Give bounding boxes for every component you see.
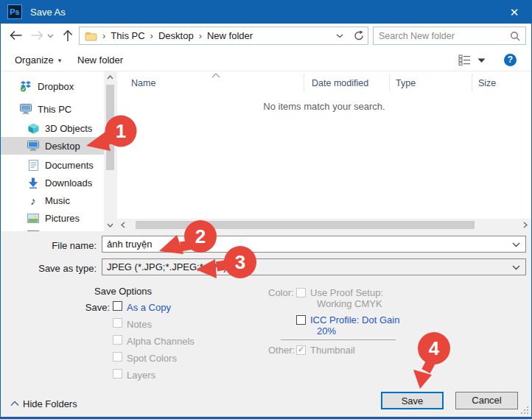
command-toolbar: Organize▾ New folder ?: [1, 48, 531, 71]
column-header-name[interactable]: Name: [131, 78, 155, 88]
column-divider[interactable]: [304, 74, 304, 91]
save-as-type-select[interactable]: JPEG (*.JPG;*.JPEG;*.JPE): [102, 258, 526, 275]
videos-icon: [27, 229, 39, 231]
column-header-type[interactable]: Type: [396, 78, 416, 88]
music-icon: ♪: [27, 194, 39, 206]
thumbnail-label: Thumbnail: [310, 345, 355, 356]
view-mode-icon[interactable]: [458, 54, 471, 66]
search-icon[interactable]: [510, 31, 520, 41]
alpha-channels-checkbox: [113, 335, 122, 345]
sidebar-item-label: Dropbox: [38, 81, 74, 92]
sidebar-item-desktop[interactable]: Desktop: [1, 137, 104, 155]
save-as-type-chevron-icon: [512, 265, 520, 270]
column-header-date-modified[interactable]: Date modified: [312, 78, 368, 88]
scroll-down-icon[interactable]: [107, 223, 113, 228]
documents-icon: [27, 159, 39, 171]
save-as-type-value: JPEG (*.JPG;*.JPEG;*.JPE): [107, 261, 227, 272]
address-dropdown-chevron-icon[interactable]: [336, 34, 350, 38]
sidebar-item-downloads[interactable]: Downloads: [1, 174, 104, 191]
breadcrumb-separator: ›: [145, 30, 158, 41]
sidebar-item-label: Pictures: [45, 213, 80, 224]
breadcrumb-this-pc[interactable]: This PC: [111, 30, 144, 41]
cancel-button[interactable]: Cancel: [455, 392, 518, 409]
sidebar-item-label: Desktop: [45, 141, 80, 152]
other-group-label: Other:: [268, 345, 295, 356]
organize-button[interactable]: Organize▾: [15, 54, 61, 66]
save-options-heading: Save Options: [94, 286, 152, 297]
hide-folders-chevron-icon[interactable]: [10, 401, 19, 406]
breadcrumb-desktop[interactable]: Desktop: [158, 30, 194, 41]
sidebar-item-videos[interactable]: Videos: [1, 226, 104, 231]
hide-folders-button[interactable]: Hide Folders: [23, 398, 77, 409]
empty-folder-message: No items match your search.: [117, 101, 531, 112]
sidebar-item-3d-objects[interactable]: 3D Objects: [1, 119, 104, 137]
scroll-left-icon[interactable]: [121, 222, 125, 228]
scrollbar-thumb[interactable]: [106, 85, 114, 170]
save-as-dialog: Ps Save As ✕ › This PC › Desktop › New f: [0, 0, 532, 419]
column-divider[interactable]: [472, 74, 472, 91]
pictures-icon: [27, 212, 39, 224]
navigation-bar: › This PC › Desktop › New folder: [1, 24, 531, 48]
new-folder-button[interactable]: New folder: [77, 54, 123, 66]
sidebar-item-music[interactable]: ♪ Music: [1, 191, 104, 209]
sidebar-item-label: This PC: [38, 104, 71, 115]
as-a-copy-label[interactable]: As a Copy: [127, 302, 171, 313]
photoshop-app-icon: Ps: [7, 4, 22, 19]
sidebar-item-documents[interactable]: Documents: [1, 156, 104, 174]
help-icon[interactable]: ?: [504, 54, 517, 66]
address-bar[interactable]: › This PC › Desktop › New folder: [79, 27, 351, 45]
refresh-button[interactable]: [350, 27, 368, 45]
column-divider[interactable]: [389, 74, 390, 91]
folder-icon: [85, 31, 97, 41]
spot-colors-label: Spot Colors: [127, 353, 177, 364]
sidebar-item-label: Videos: [45, 230, 74, 232]
breadcrumb-new-folder[interactable]: New folder: [207, 30, 253, 41]
organize-caret-icon: ▾: [58, 57, 62, 64]
3d-objects-icon: [27, 122, 39, 134]
search-input[interactable]: [379, 29, 508, 43]
dropbox-icon: [20, 80, 32, 92]
icc-profile-value-label[interactable]: 20%: [317, 325, 336, 337]
up-icon[interactable]: [63, 29, 73, 42]
sidebar-scrollbar[interactable]: [104, 71, 116, 231]
scroll-up-icon[interactable]: [107, 75, 113, 80]
recent-locations-chevron-icon[interactable]: [47, 34, 54, 38]
sidebar-item-pictures[interactable]: Pictures: [1, 209, 104, 227]
sidebar-item-label: Documents: [45, 160, 94, 171]
back-icon[interactable]: [9, 30, 23, 41]
scrollbar-thumb[interactable]: [136, 221, 475, 229]
close-icon[interactable]: ✕: [502, 2, 527, 22]
layers-checkbox: [113, 369, 122, 378]
sidebar-item-this-pc[interactable]: This PC: [1, 100, 104, 118]
desktop-icon: [27, 140, 39, 152]
view-mode-chevron-icon[interactable]: [477, 58, 486, 63]
window-title: Save As: [30, 7, 66, 18]
save-as-type-label: Save as type:: [1, 263, 97, 274]
file-name-combobox: [102, 236, 526, 253]
this-pc-icon: [20, 103, 32, 115]
file-name-label: File name:: [1, 240, 97, 251]
icc-profile-checkbox[interactable]: [296, 315, 306, 325]
sidebar-item-label: Music: [45, 195, 70, 206]
sidebar-item-dropbox[interactable]: Dropbox: [1, 77, 104, 95]
save-button[interactable]: Save: [381, 392, 444, 409]
file-list-horizontal-scrollbar[interactable]: [117, 219, 531, 231]
thumbnail-checkbox: ✓: [296, 345, 306, 355]
sidebar-item-label: 3D Objects: [45, 123, 92, 134]
as-a-copy-checkbox[interactable]: [113, 301, 122, 311]
file-list: Name Date modified Type Size No items ma…: [117, 71, 531, 219]
forward-icon[interactable]: [30, 30, 44, 41]
working-cmyk-label: Working CMYK: [317, 298, 382, 309]
column-header-size[interactable]: Size: [478, 78, 496, 88]
file-name-chevron-icon[interactable]: [512, 242, 520, 247]
downloads-icon: [27, 177, 39, 189]
icc-profile-label[interactable]: ICC Profile: Dot Gain: [310, 314, 399, 325]
file-name-input[interactable]: [102, 236, 508, 252]
color-group-label: Color:: [268, 287, 294, 298]
navigation-pane: Dropbox This PC 3D Objects: [1, 71, 104, 231]
sidebar-item-label: Downloads: [45, 177, 92, 189]
save-group-label: Save:: [52, 302, 110, 313]
use-proof-setup-checkbox: [296, 288, 306, 297]
resize-grip[interactable]: [521, 406, 529, 414]
scroll-right-icon[interactable]: [523, 222, 528, 228]
